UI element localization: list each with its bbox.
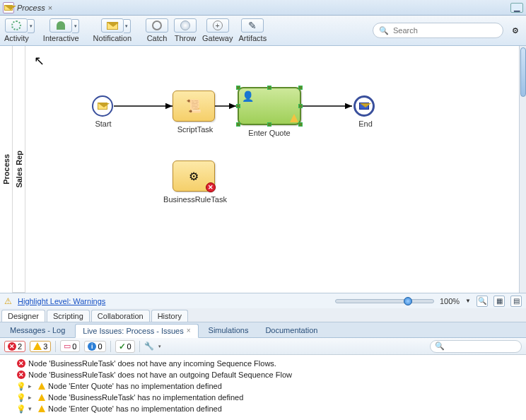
gear-icon	[11, 21, 21, 30]
tool-artifacts[interactable]: ✎ Artifacts	[238, 18, 267, 42]
close-tab-icon[interactable]: ×	[48, 4, 52, 12]
editor-mode-tabs: Designer Scripting Collaboration History	[0, 308, 526, 322]
resize-handle[interactable]	[298, 86, 303, 90]
info-icon: i	[88, 342, 96, 351]
issue-row[interactable]: 💡▸ Node 'BusinessRuleTask' has no implem…	[4, 392, 522, 403]
cursor-icon: ↖	[34, 53, 45, 69]
highlight-level-link[interactable]: Highlight Level: Warnings	[18, 297, 105, 305]
canvas-scrollbar[interactable]	[519, 46, 526, 293]
issue-row[interactable]: ✕ Node 'BusinessRuleTask' does not have …	[4, 369, 522, 380]
tab-scripting[interactable]: Scripting	[47, 310, 90, 322]
filter-warnings[interactable]: 3	[30, 341, 51, 352]
resize-handle[interactable]	[267, 86, 271, 90]
user-icon: 👤	[242, 91, 254, 102]
dropdown-caret-icon[interactable]: ▾	[124, 19, 131, 33]
scrollbar-thumb[interactable]	[520, 47, 526, 97]
editor-title: Process	[17, 4, 45, 12]
expand-icon[interactable]: ▸	[28, 394, 35, 401]
end-label: End	[355, 119, 376, 128]
issue-text: Node 'BusinessRuleTask' has no implement…	[48, 393, 243, 402]
zoom-dropdown-icon[interactable]: ▼	[465, 298, 471, 304]
resize-handle[interactable]	[236, 122, 240, 127]
resize-handle[interactable]	[236, 104, 240, 108]
lightbulb-icon: 💡	[17, 393, 25, 402]
gateway-icon: +	[213, 21, 223, 30]
zoom-knob[interactable]	[404, 297, 412, 305]
issue-text: Node 'BusinessRuleTask' does not have an…	[28, 359, 276, 368]
process-file-icon	[3, 2, 14, 13]
lightbulb-icon: 💡	[17, 382, 25, 390]
close-icon[interactable]: ×	[187, 327, 191, 334]
warning-icon	[38, 405, 45, 412]
business-rule-label: BusinessRuleTask	[156, 195, 234, 204]
error-icon: ✕	[17, 359, 25, 368]
tab-messages-log[interactable]: Messages - Log	[3, 324, 72, 337]
tab-history[interactable]: History	[151, 310, 188, 322]
wrench-icon[interactable]: 🔧	[144, 342, 154, 351]
expand-icon[interactable]: ▸	[28, 383, 35, 390]
filter-pink[interactable]: ▭0	[60, 340, 80, 352]
warning-icon	[33, 342, 42, 350]
dropdown-caret-icon[interactable]: ▾	[28, 19, 35, 33]
bpmn-toolbar: ▾ Activity ▾ Interactive ▾ Notification …	[0, 16, 526, 46]
issue-row[interactable]: ✕ Node 'BusinessRuleTask' does not have …	[4, 358, 522, 369]
pool-header[interactable]: Process	[0, 46, 13, 293]
tool-throw[interactable]: Throw	[174, 18, 197, 42]
tab-simulations[interactable]: Simulations	[201, 324, 256, 337]
tab-designer[interactable]: Designer	[1, 310, 45, 322]
layout-icon[interactable]: ▦	[493, 296, 505, 307]
tab-collaboration[interactable]: Collaboration	[91, 310, 150, 322]
titlebar: Process × ▁	[0, 0, 526, 16]
toolbar-settings-icon[interactable]: ⚙	[509, 24, 522, 37]
tool-interactive[interactable]: ▾ Interactive	[43, 18, 79, 42]
expand-icon[interactable]: ▾	[28, 405, 35, 412]
warning-icon	[38, 394, 45, 401]
warning-icon: ⚠	[4, 296, 12, 306]
dropdown-caret-icon[interactable]: ▾	[158, 344, 161, 349]
start-event[interactable]	[92, 95, 113, 117]
artifact-icon: ✎	[248, 20, 257, 31]
diagram-workarea: Process Sales Rep ↖ Start 📜 ScriptTask 👤	[0, 46, 526, 293]
user-task-label: Enter Quote	[238, 129, 301, 137]
script-task[interactable]: 📜	[173, 91, 215, 122]
tool-catch[interactable]: Catch	[146, 18, 168, 42]
issue-row[interactable]: 💡▾ Node 'Enter Quote' has no implementat…	[4, 403, 522, 414]
end-event[interactable]	[353, 95, 375, 117]
issues-list: ✕ Node 'BusinessRuleTask' does not have …	[0, 355, 526, 420]
grid-icon[interactable]: ▤	[510, 296, 522, 307]
tool-activity[interactable]: ▾ Activity	[4, 18, 29, 42]
filter-errors[interactable]: ✕2	[4, 341, 25, 352]
zoom-fit-icon[interactable]: 🔍	[477, 296, 488, 307]
rule-icon: ⚙	[189, 170, 199, 183]
warning-icon	[38, 383, 45, 390]
user-task-enter-quote[interactable]: 👤	[238, 87, 301, 125]
resize-handle[interactable]	[298, 104, 303, 108]
search-icon: 🔍	[379, 26, 389, 35]
dropdown-caret-icon[interactable]: ▾	[72, 19, 79, 33]
bottom-panel-tabs: Messages - Log Live Issues: Process - Is…	[0, 322, 526, 338]
person-icon	[57, 21, 65, 30]
filter-ok[interactable]: ✓0	[115, 340, 135, 353]
bpmn-canvas[interactable]: ↖ Start 📜 ScriptTask 👤 Enter Quote	[25, 46, 526, 293]
search-input[interactable]	[393, 26, 497, 35]
issues-search[interactable]: 🔍	[430, 340, 522, 353]
tool-gateway[interactable]: + Gateway	[202, 18, 233, 42]
lightbulb-icon: 💡	[17, 404, 25, 413]
tab-documentation[interactable]: Documentation	[258, 324, 325, 337]
filter-info[interactable]: i0	[84, 341, 105, 352]
minimize-panel-button[interactable]: ▁	[510, 3, 523, 13]
script-task-label: ScriptTask	[167, 125, 223, 134]
error-badge-icon: ✕	[206, 182, 216, 192]
resize-handle[interactable]	[298, 122, 303, 127]
tool-notification[interactable]: ▾ Notification	[93, 18, 132, 42]
issue-row[interactable]: 💡▸ Node 'Enter Quote' has no implementat…	[4, 380, 522, 392]
script-icon: 📜	[186, 98, 201, 114]
toolbar-search[interactable]: 🔍	[373, 23, 503, 38]
search-icon: 🔍	[435, 342, 445, 351]
zoom-slider[interactable]	[335, 299, 434, 303]
tab-live-issues[interactable]: Live Issues: Process - Issues×	[75, 324, 198, 338]
resize-handle[interactable]	[267, 122, 271, 127]
resize-handle[interactable]	[236, 86, 240, 90]
lane-header[interactable]: Sales Rep	[13, 46, 25, 293]
business-rule-task[interactable]: ⚙ ✕	[173, 161, 215, 192]
